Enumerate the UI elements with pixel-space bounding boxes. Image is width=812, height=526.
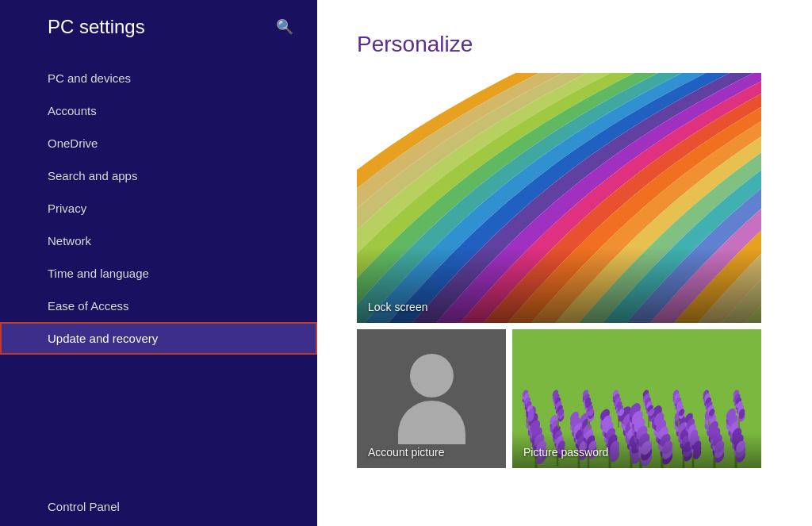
sidebar-item-time-and-language[interactable]: Time and language bbox=[0, 257, 317, 290]
sidebar-item-search-and-apps[interactable]: Search and apps bbox=[0, 159, 317, 192]
account-picture-tile[interactable]: Account picture bbox=[357, 329, 506, 468]
account-picture-label: Account picture bbox=[368, 446, 445, 459]
sidebar-item-control-panel[interactable]: Control Panel bbox=[0, 487, 317, 526]
sidebar-item-privacy[interactable]: Privacy bbox=[0, 192, 317, 225]
person-body bbox=[398, 401, 465, 444]
lock-screen-label: Lock screen bbox=[368, 301, 427, 313]
nav-items: PC and devicesAccountsOneDriveSearch and… bbox=[0, 62, 317, 355]
sidebar-item-ease-of-access[interactable]: Ease of Access bbox=[0, 290, 317, 322]
picture-password-tile[interactable]: Picture password bbox=[512, 329, 761, 468]
sidebar-item-network[interactable]: Network bbox=[0, 225, 317, 257]
sidebar-header: PC settings 🔍 bbox=[0, 0, 317, 62]
search-icon: 🔍 bbox=[276, 19, 293, 35]
lock-screen-image bbox=[357, 73, 761, 323]
page-title: Personalize bbox=[357, 32, 772, 57]
sidebar: PC settings 🔍 PC and devicesAccountsOneD… bbox=[0, 0, 317, 526]
picture-password-label: Picture password bbox=[523, 446, 608, 459]
personalize-grid: Lock screen Account picture Picture pass… bbox=[357, 73, 772, 468]
bottom-tiles: Account picture Picture password bbox=[357, 329, 772, 468]
search-button[interactable]: 🔍 bbox=[276, 18, 293, 36]
sidebar-item-accounts[interactable]: Accounts bbox=[0, 94, 317, 127]
sidebar-item-onedrive[interactable]: OneDrive bbox=[0, 127, 317, 159]
sidebar-item-update-and-recovery[interactable]: Update and recovery bbox=[0, 322, 317, 355]
sidebar-item-pc-and-devices[interactable]: PC and devices bbox=[0, 62, 317, 94]
person-head bbox=[410, 354, 454, 397]
person-icon bbox=[398, 354, 465, 444]
main-content: Personalize Lock screen Account picture … bbox=[317, 0, 812, 526]
lock-screen-tile[interactable]: Lock screen bbox=[357, 73, 761, 323]
sidebar-title: PC settings bbox=[48, 16, 145, 38]
